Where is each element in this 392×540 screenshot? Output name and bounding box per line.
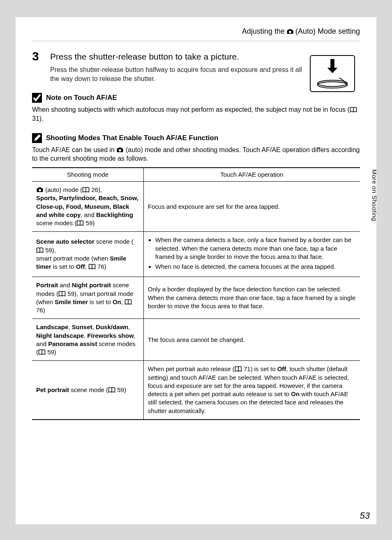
table-row: Pet portrait scene mode ( 59) When pet p…: [32, 361, 360, 420]
note-shooting-modes: Shooting Modes That Enable Touch AF/AE F…: [32, 133, 360, 420]
list-item: When no face is detected, the camera foc…: [155, 263, 356, 271]
table-row: Scene auto selector scene mode ( 59), sm…: [32, 232, 360, 277]
page-number: 53: [360, 510, 370, 521]
manual-page: Adjusting the (Auto) Mode setting 3 Pres…: [16, 17, 376, 524]
header-text-after: (Auto) Mode setting: [295, 27, 360, 36]
book-icon: [36, 247, 44, 253]
checkbox-icon: [32, 93, 42, 103]
step-number: 3: [32, 50, 44, 83]
page-header: Adjusting the (Auto) Mode setting: [32, 27, 360, 41]
book-icon: [82, 187, 90, 193]
section-tab-label: More on Shooting: [371, 169, 378, 221]
book-icon: [76, 220, 84, 226]
camera-icon: [286, 29, 294, 35]
book-icon: [125, 299, 132, 305]
table-row: (auto) mode ( 26), Sports, Party/indoor,…: [32, 182, 360, 232]
book-icon: [88, 264, 96, 270]
table-row: Landscape, Sunset, Dusk/dawn, Night land…: [32, 319, 360, 361]
note-body: Touch AF/AE can be used in (auto) mode a…: [32, 145, 360, 163]
list-item: When the camera detects a face, only a f…: [155, 236, 356, 261]
section-tab: [376, 161, 388, 243]
step-description: Press the shutter-release button halfway…: [50, 65, 307, 83]
table-row: Portrait and Night portrait scene modes …: [32, 277, 360, 319]
book-icon: [235, 366, 242, 372]
arrow-down-icon: [311, 56, 354, 91]
note-title: Note on Touch AF/AE: [46, 94, 117, 102]
book-icon: [38, 349, 46, 355]
note-title: Shooting Modes That Enable Touch AF/AE F…: [46, 134, 218, 142]
pencil-icon: [32, 133, 42, 143]
note-touch-af-ae: Note on Touch AF/AE When shooting subjec…: [32, 93, 360, 123]
header-text-before: Adjusting the: [242, 27, 285, 36]
book-icon: [58, 291, 66, 297]
step-title: Press the shutter-release button to take…: [50, 51, 307, 62]
shutter-press-illustration: [310, 55, 355, 92]
table-head-right: Touch AF/AE operation: [143, 168, 360, 182]
note-body: When shooting subjects with which autofo…: [32, 105, 360, 123]
camera-icon: [116, 147, 124, 153]
camera-icon: [36, 187, 44, 193]
table-head-left: Shooting mode: [32, 168, 143, 182]
book-icon: [108, 387, 115, 393]
book-icon: [350, 107, 357, 113]
modes-table: Shooting mode Touch AF/AE operation (aut…: [32, 167, 360, 420]
